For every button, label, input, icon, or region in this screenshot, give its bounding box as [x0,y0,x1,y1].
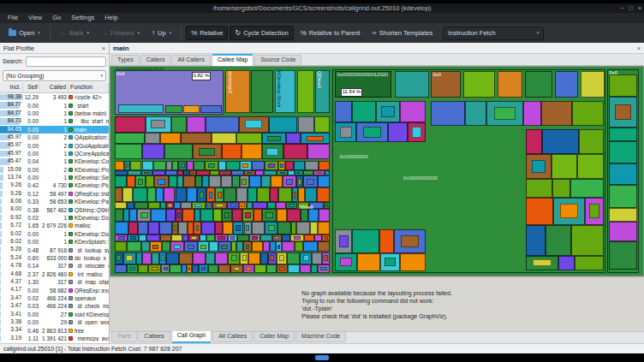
callee-map-cell[interactable] [296,175,303,187]
callee-map-cell[interactable] [431,101,464,126]
callee-map-cell[interactable] [261,175,270,187]
callee-map-cell[interactable] [165,170,177,175]
callee-map-cell[interactable] [277,222,291,234]
callee-map-subcell[interactable] [188,245,194,250]
callee-map-cell[interactable] [288,264,300,272]
callee-map-subcell[interactable] [286,179,293,185]
callee-map-cell[interactable] [224,187,236,201]
callee-map-subcell[interactable] [246,245,250,250]
callee-map-subcell[interactable] [161,255,164,261]
callee-map-subcell[interactable] [265,212,273,218]
callee-map-subcell[interactable] [126,255,133,261]
callee-map-cell[interactable] [287,209,301,222]
callee-map-cell[interactable] [277,264,288,272]
callee-map-cell[interactable] [298,187,305,201]
callee-map-subcell[interactable] [589,204,599,218]
callee-map-cell[interactable] [272,234,283,242]
callee-map-cell[interactable] [176,209,182,222]
callee-map-cell[interactable] [263,241,270,252]
function-row[interactable]: 9.260.1258 497QRegExp::indexIn [0,190,109,198]
callee-map-cell[interactable] [209,241,218,252]
callee-map-cell[interactable] [200,209,212,222]
callee-map-cell[interactable] [570,179,604,197]
callee-map-cell[interactable] [303,175,319,187]
callee-map-subcell[interactable] [223,172,229,174]
callee-map-cell[interactable] [352,101,376,122]
callee-map-subcell[interactable] [221,245,228,250]
function-row[interactable]: 6.020.001KDevSplash::KDevSp [0,238,109,246]
function-row[interactable]: 6.721.652 679 226malloc [0,222,109,229]
callee-map-cell[interactable] [194,209,200,222]
callee-map-cell[interactable] [300,252,312,265]
callee-map-cell[interactable] [237,234,250,242]
callee-map-subcell[interactable] [144,172,149,174]
callee-map-cell[interactable] [262,144,283,159]
callee-map-subcell[interactable] [316,172,322,174]
event-type-combo[interactable]: Instruction Fetch ▾ [443,27,544,40]
callee-map-cell[interactable] [219,170,230,175]
function-row[interactable]: 5.260.4887 916_dl_lookup_symbol_x [0,246,109,253]
callee-map-subcell[interactable] [129,267,135,270]
callee-map-subcell[interactable] [130,236,135,240]
callee-map-cell[interactable] [236,241,243,252]
callee-map-cell[interactable] [170,264,182,272]
callee-map-cell[interactable] [465,101,486,126]
callee-map-subcell[interactable] [151,120,165,128]
callee-map-cell[interactable] [379,229,394,252]
callee-map-cell[interactable] [609,97,637,128]
callee-map-cell[interactable] [314,116,330,133]
callee-map-cell[interactable] [154,175,169,187]
callee-map-cell[interactable] [314,234,322,242]
callee-map-cell[interactable] [558,256,575,270]
tab-callers[interactable]: Callers [140,55,171,65]
callee-map-cell[interactable] [312,252,321,265]
callee-map-cell[interactable] [285,161,294,169]
callee-map-cell[interactable] [194,222,200,234]
callee-map-cell[interactable] [115,209,123,222]
callee-map-cell[interactable] [148,222,159,234]
callee-map-cell[interactable] [335,122,356,143]
callee-map-cell[interactable] [276,202,286,210]
callee-map-block[interactable] [183,105,200,114]
open-button[interactable]: Open ▾ [3,26,45,40]
callee-map-cell[interactable] [268,252,277,265]
close-button[interactable]: × [638,5,641,11]
callee-map-block[interactable] [297,70,314,114]
callee-map-cell[interactable] [271,175,283,187]
callee-map-cell[interactable] [252,222,265,234]
callee-map-cell[interactable] [160,202,166,210]
callee-map-cell[interactable] [146,116,171,133]
callee-map-cell[interactable] [388,122,408,143]
callee-map-cell[interactable] [227,202,238,210]
callee-map-block[interactable]: KDevelop::Buck [275,70,296,114]
callee-map-cell[interactable] [139,234,146,242]
callee-map-cell[interactable] [318,175,330,187]
callee-map-cell[interactable] [208,264,218,272]
callee-map-cell[interactable] [183,170,189,175]
callee-map-cell[interactable] [206,252,215,265]
callee-map-cell[interactable] [222,209,232,222]
callee-map-subcell[interactable] [412,127,421,137]
function-row[interactable]: 6.020.001KDevelop::Documen [0,230,109,238]
callee-map-subcell[interactable] [277,245,280,250]
callee-map-cell[interactable] [265,222,278,234]
callee-map-cell[interactable] [148,264,161,272]
callee-map-subcell[interactable] [324,255,328,261]
callee-map-subcell[interactable] [241,204,244,207]
column-header-incl[interactable]: Incl. [0,83,23,92]
callee-map-cell[interactable] [181,133,212,144]
minimize-button[interactable]: − [621,5,624,11]
callee-map-cell[interactable] [609,222,637,241]
callee-map-cell[interactable] [286,202,298,210]
callee-map-cell[interactable] [255,170,264,175]
callee-map-cell[interactable] [609,208,637,222]
callee-map-cell[interactable] [283,144,307,159]
callee-map-subcell[interactable] [280,172,285,174]
callee-map-cell[interactable] [137,209,152,222]
callee-map-subcell[interactable] [138,179,143,185]
callee-map-subcell[interactable] [116,255,121,261]
callee-map-cell[interactable] [290,234,304,242]
tab-parts[interactable]: Parts [111,332,137,342]
callee-map-cell[interactable] [184,241,197,252]
callee-map-cell[interactable] [160,133,180,144]
